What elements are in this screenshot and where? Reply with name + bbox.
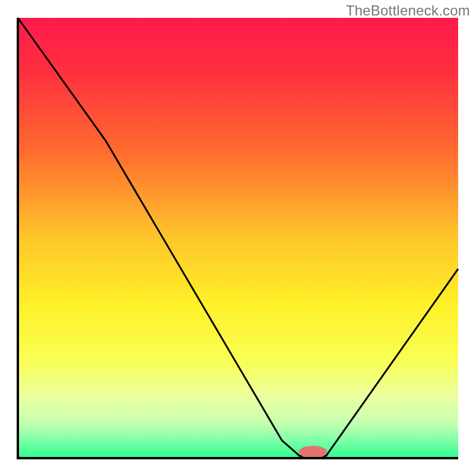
bottleneck-chart [0, 0, 476, 476]
gradient-background [18, 18, 458, 458]
chart-container: TheBottleneck.com [0, 0, 476, 476]
watermark-text: TheBottleneck.com [346, 2, 470, 19]
optimum-marker [299, 446, 327, 458]
